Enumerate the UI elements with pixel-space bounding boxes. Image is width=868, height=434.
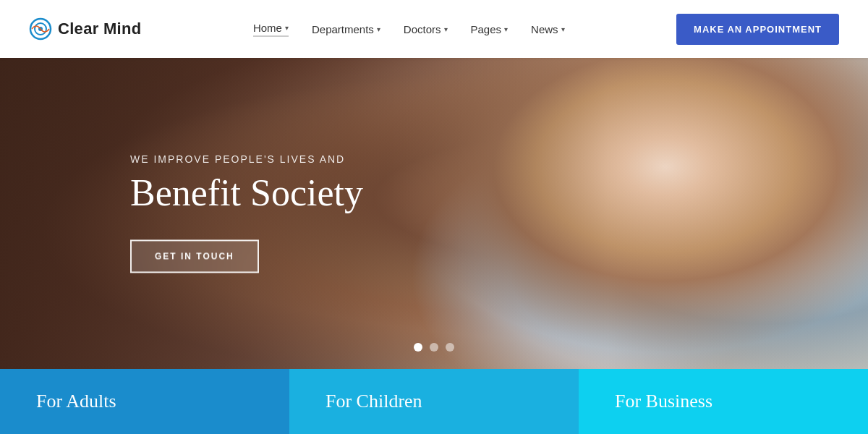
navbar: Clear Mind Home ▾ Departments ▾ Doctors … [0,0,868,58]
nav-label-doctors: Doctors [404,23,441,35]
carousel-dot-3[interactable] [446,343,454,352]
nav-label-home: Home [253,22,282,34]
logo-icon [29,17,52,41]
chevron-down-icon: ▾ [444,25,448,33]
logo-link[interactable]: Clear Mind [29,17,141,41]
nav-item-news[interactable]: News ▾ [531,23,565,35]
chevron-down-icon: ▾ [504,25,508,33]
hero-content: WE IMPROVE PEOPLE'S LIVES AND Benefit So… [130,153,363,273]
nav-item-pages[interactable]: Pages ▾ [471,23,509,35]
nav-item-departments[interactable]: Departments ▾ [312,23,380,35]
carousel-dots [414,343,454,352]
nav-links: Home ▾ Departments ▾ Doctors ▾ Pages ▾ N [253,22,565,37]
nav-item-home[interactable]: Home ▾ [253,22,289,37]
section-adults-label: For Adults [36,391,116,412]
nav-label-news: News [531,23,558,35]
section-for-adults[interactable]: For Adults [0,369,289,434]
hero-title: Benefit Society [130,172,363,213]
nav-label-departments: Departments [312,23,374,35]
hero-section: WE IMPROVE PEOPLE'S LIVES AND Benefit So… [0,58,868,369]
nav-label-pages: Pages [471,23,502,35]
make-appointment-button[interactable]: MAKE AN APPOINTMENT [676,14,839,45]
chevron-down-icon: ▾ [561,25,565,33]
chevron-down-icon: ▾ [377,25,380,33]
get-in-touch-button[interactable]: GET IN TOUCH [130,240,259,273]
logo-text: Clear Mind [58,20,141,38]
section-children-label: For Children [326,391,422,412]
nav-item-doctors[interactable]: Doctors ▾ [404,23,448,35]
carousel-dot-2[interactable] [430,343,438,352]
hero-subtitle: WE IMPROVE PEOPLE'S LIVES AND [130,153,363,165]
section-for-children[interactable]: For Children [289,369,579,434]
section-for-business[interactable]: For Business [579,369,868,434]
bottom-sections: For Adults For Children For Business [0,369,868,434]
chevron-down-icon: ▾ [285,24,289,32]
section-business-label: For Business [615,391,712,412]
carousel-dot-1[interactable] [414,343,422,352]
